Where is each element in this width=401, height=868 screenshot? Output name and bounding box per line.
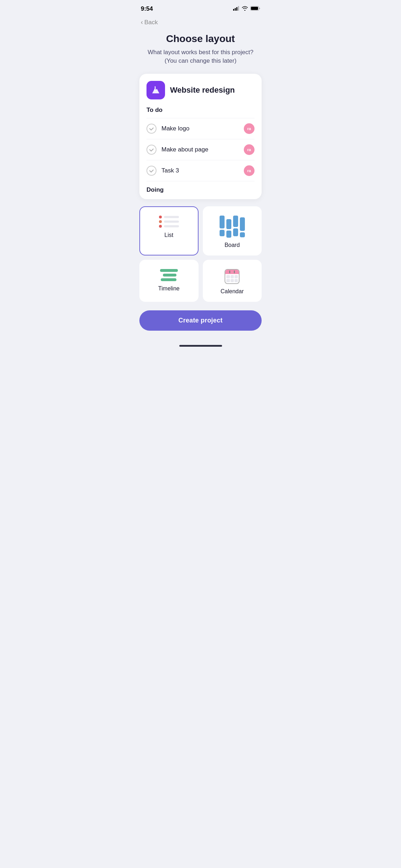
page-header: Choose layout What layout works best for… (134, 30, 267, 74)
svg-rect-7 (155, 86, 156, 91)
svg-rect-2 (236, 7, 237, 11)
status-bar: 9:54 (134, 0, 267, 16)
page-title: Choose layout (144, 33, 257, 45)
task-avatar: ra (244, 144, 255, 155)
create-project-button[interactable]: Create project (139, 310, 262, 331)
task-check-icon (146, 124, 156, 134)
task-avatar: ra (244, 165, 255, 176)
board-layout-label: Board (225, 242, 240, 248)
timeline-layout-icon (160, 269, 178, 281)
project-icon (146, 81, 165, 99)
task-name: Make logo (161, 125, 189, 132)
home-indicator (134, 342, 267, 349)
layout-grid: List (139, 206, 262, 302)
task-item: Make about page ra (146, 139, 255, 160)
project-name: Website redesign (170, 86, 235, 95)
status-time: 9:54 (141, 5, 153, 12)
status-icons (233, 6, 260, 12)
task-item: Task 3 ra (146, 160, 255, 181)
chevron-left-icon: ‹ (141, 19, 143, 26)
calendar-layout-icon (225, 269, 240, 284)
board-layout-icon (220, 216, 245, 238)
back-button[interactable]: ‹ Back (141, 19, 158, 26)
layout-option-timeline[interactable]: Timeline (139, 260, 199, 302)
task-name: Make about page (161, 146, 208, 153)
page-subtitle: What layout works best for this project?… (144, 48, 257, 65)
project-header: Website redesign (146, 81, 255, 99)
task-check-icon (146, 166, 156, 176)
list-layout-icon (159, 216, 179, 228)
svg-rect-5 (251, 7, 258, 10)
layout-option-board[interactable]: Board (203, 206, 262, 255)
todo-section-label: To do (146, 107, 255, 114)
svg-rect-1 (235, 8, 236, 11)
task-name: Task 3 (161, 167, 179, 174)
battery-icon (250, 6, 260, 12)
doing-section-label: Doing (146, 181, 255, 193)
back-label: Back (144, 19, 158, 26)
layout-section: List (134, 199, 267, 308)
svg-rect-0 (233, 9, 234, 11)
bottom-section: Create project (134, 308, 267, 342)
svg-rect-10 (234, 270, 235, 273)
svg-rect-9 (229, 270, 230, 273)
svg-rect-3 (238, 6, 239, 11)
task-check-icon (146, 145, 156, 155)
project-preview-card: Website redesign To do Make logo ra Make… (139, 74, 262, 199)
task-item: Make logo ra (146, 118, 255, 139)
layout-option-list[interactable]: List (139, 206, 199, 255)
task-avatar: ra (244, 123, 255, 134)
home-bar (179, 345, 222, 347)
wifi-icon (242, 6, 248, 12)
layout-option-calendar[interactable]: Calendar (203, 260, 262, 302)
nav-bar: ‹ Back (134, 16, 267, 30)
list-layout-label: List (164, 232, 173, 238)
signal-icon (233, 6, 240, 12)
calendar-layout-label: Calendar (221, 288, 244, 295)
timeline-layout-label: Timeline (158, 285, 180, 292)
task-list: Make logo ra Make about page ra Task 3 r… (146, 118, 255, 181)
